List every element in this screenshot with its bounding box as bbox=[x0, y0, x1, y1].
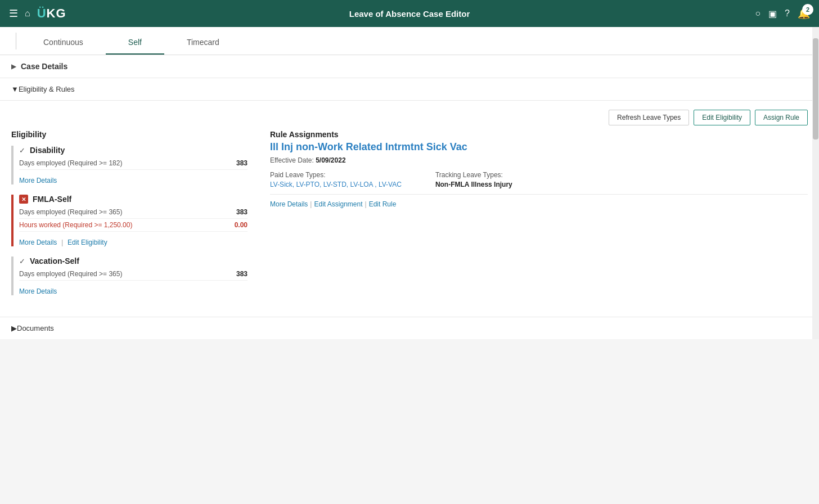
app-logo: ÜKG bbox=[37, 6, 66, 21]
assign-rule-button[interactable]: Assign Rule bbox=[755, 110, 808, 125]
search-icon[interactable]: ○ bbox=[755, 8, 760, 19]
fmla-row-hours: Hours worked (Required >= 1,250.00) 0.00 bbox=[19, 219, 248, 232]
case-details-section-header[interactable]: ▶ Case Details bbox=[0, 55, 819, 78]
tab-continuous[interactable]: Continuous bbox=[21, 31, 106, 55]
eligibility-item-vacation-header: ✓ Vacation-Self bbox=[19, 256, 248, 266]
case-details-chevron: ▶ bbox=[11, 62, 16, 70]
fmla-hours-value: 0.00 bbox=[235, 221, 248, 229]
paid-leave-label: Paid Leave Types: bbox=[270, 171, 402, 179]
leave-types-grid: Paid Leave Types: LV-Sick, LV-PTO, LV-ST… bbox=[270, 171, 808, 188]
scroll-track[interactable] bbox=[812, 27, 819, 339]
check-icon-vacation: ✓ bbox=[19, 257, 25, 266]
eligibility-item-disability-header: ✓ Disability bbox=[19, 146, 248, 155]
eligibility-rules-header[interactable]: ▼ Eligibility & Rules bbox=[0, 78, 819, 101]
vacation-more-details-link[interactable]: More Details bbox=[19, 287, 57, 295]
nav-right: ○ ▣ ? 🔔 2 bbox=[755, 7, 810, 20]
documents-chevron: ▶ bbox=[11, 324, 17, 332]
notification-badge: 2 bbox=[802, 4, 813, 15]
eligibility-rules-title: Eligibility & Rules bbox=[19, 85, 75, 93]
notification-area[interactable]: 🔔 2 bbox=[798, 7, 810, 20]
documents-header: ▶ Documents bbox=[11, 324, 808, 332]
main-content: ▶ Case Details ▼ Eligibility & Rules Ref… bbox=[0, 55, 819, 339]
effective-date: Effective Date: 5/09/2022 bbox=[270, 156, 808, 164]
rule-sep-1: | bbox=[310, 200, 312, 208]
scroll-thumb[interactable] bbox=[813, 38, 818, 140]
page-title: Leave of Absence Case Editor bbox=[349, 9, 470, 19]
rule-links: More Details | Edit Assignment | Edit Ru… bbox=[270, 194, 808, 208]
case-details-title: Case Details bbox=[21, 62, 68, 71]
edit-assignment-link[interactable]: Edit Assignment bbox=[314, 200, 362, 208]
rule-assignments-title: Rule Assignments bbox=[270, 130, 808, 139]
rule-sep-2: | bbox=[365, 200, 367, 208]
paid-leave-group: Paid Leave Types: LV-Sick, LV-PTO, LV-ST… bbox=[270, 171, 402, 188]
nav-left: ☰ ⌂ ÜKG bbox=[9, 6, 66, 21]
tab-divider bbox=[16, 33, 16, 50]
eligibility-column: Eligibility ✓ Disability Days employed (… bbox=[11, 130, 248, 305]
eligibility-rules-body: Eligibility ✓ Disability Days employed (… bbox=[0, 130, 819, 317]
fmla-row-days: Days employed (Required >= 365) 383 bbox=[19, 206, 248, 219]
fmla-link-sep: | bbox=[61, 238, 63, 246]
tracking-leave-group: Tracking Leave Types: Non-FMLA Illness I… bbox=[435, 171, 512, 188]
fmla-edit-eligibility-link[interactable]: Edit Eligibility bbox=[68, 238, 107, 246]
eligibility-rules-chevron: ▼ bbox=[11, 85, 19, 93]
eligibility-item-fmla-header: ✕ FMLA-Self bbox=[19, 195, 248, 204]
eligibility-item-disability: ✓ Disability Days employed (Required >= … bbox=[11, 146, 248, 184]
home-icon[interactable]: ⌂ bbox=[25, 8, 30, 19]
eligibility-column-title: Eligibility bbox=[11, 130, 248, 139]
eligibility-fmla-name: FMLA-Self bbox=[33, 195, 71, 204]
tracking-leave-label: Tracking Leave Types: bbox=[435, 171, 512, 179]
documents-title: Documents bbox=[17, 324, 54, 332]
fmla-days-label: Days employed (Required >= 365) bbox=[19, 208, 122, 216]
top-navigation: ☰ ⌂ ÜKG Leave of Absence Case Editor ○ ▣… bbox=[0, 0, 819, 27]
eligibility-item-vacation-self: ✓ Vacation-Self Days employed (Required … bbox=[11, 256, 248, 295]
eligibility-item-fmla-self: ✕ FMLA-Self Days employed (Required >= 3… bbox=[11, 195, 248, 246]
tracking-leave-values: Non-FMLA Illness Injury bbox=[435, 181, 512, 188]
eligibility-disability-name: Disability bbox=[30, 146, 65, 155]
x-icon-fmla: ✕ bbox=[19, 195, 28, 204]
disability-row-days: Days employed (Required >= 182) 383 bbox=[19, 157, 248, 170]
action-bar: Refresh Leave Types Edit Eligibility Ass… bbox=[0, 101, 819, 130]
disability-days-value: 383 bbox=[236, 159, 248, 167]
effective-date-label: Effective Date: bbox=[270, 156, 314, 164]
disability-days-label: Days employed (Required >= 182) bbox=[19, 159, 122, 167]
vacation-days-label: Days employed (Required >= 365) bbox=[19, 270, 122, 278]
fmla-days-value: 383 bbox=[236, 208, 248, 216]
paid-leave-values: LV-Sick, LV-PTO, LV-STD, LV-LOA , LV-VAC bbox=[270, 181, 402, 188]
tab-self[interactable]: Self bbox=[106, 31, 164, 55]
tab-timecard[interactable]: Timecard bbox=[164, 31, 242, 55]
eligibility-vacation-name: Vacation-Self bbox=[30, 256, 79, 266]
rule-name: Ill Inj non-Work Related Intrmtnt Sick V… bbox=[270, 141, 808, 153]
help-icon[interactable]: ? bbox=[785, 8, 790, 19]
edit-rule-link[interactable]: Edit Rule bbox=[369, 200, 397, 208]
eligibility-rules-section: ▼ Eligibility & Rules Refresh Leave Type… bbox=[0, 78, 819, 317]
edit-eligibility-button[interactable]: Edit Eligibility bbox=[694, 110, 750, 125]
effective-date-value: 5/09/2022 bbox=[316, 156, 345, 164]
hamburger-icon[interactable]: ☰ bbox=[9, 7, 18, 20]
disability-more-details-link[interactable]: More Details bbox=[19, 177, 57, 184]
rule-more-details-link[interactable]: More Details bbox=[270, 200, 308, 208]
fmla-hours-label: Hours worked (Required >= 1,250.00) bbox=[19, 221, 132, 229]
rules-column: Rule Assignments Ill Inj non-Work Relate… bbox=[270, 130, 808, 305]
vacation-days-value: 383 bbox=[236, 270, 248, 278]
message-icon[interactable]: ▣ bbox=[768, 8, 777, 19]
tabs-bar: Eligibility & Rules Continuous Self Time… bbox=[0, 27, 819, 55]
documents-section[interactable]: ▶ Documents bbox=[0, 317, 819, 339]
refresh-leave-types-button[interactable]: Refresh Leave Types bbox=[609, 110, 689, 125]
vacation-row-days: Days employed (Required >= 365) 383 bbox=[19, 268, 248, 281]
check-icon-disability: ✓ bbox=[19, 146, 25, 155]
fmla-more-details-link[interactable]: More Details bbox=[19, 238, 57, 246]
